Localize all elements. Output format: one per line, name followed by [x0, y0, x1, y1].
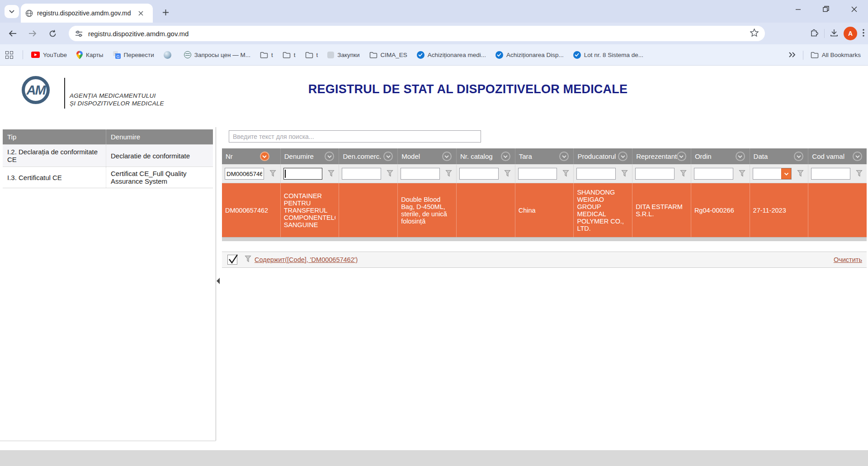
- filter-funnel-icon[interactable]: [328, 170, 335, 179]
- chevron-down-icon[interactable]: [618, 152, 627, 161]
- clear-filter-link[interactable]: Очистить: [834, 256, 862, 263]
- filter-input-producatorul[interactable]: [576, 168, 616, 180]
- column-header-data[interactable]: Data: [750, 148, 808, 164]
- minimize-button[interactable]: [784, 0, 812, 18]
- chevron-down-icon[interactable]: [501, 152, 510, 161]
- filter-funnel-icon[interactable]: [739, 170, 745, 179]
- new-tab-button[interactable]: [159, 6, 172, 19]
- bookmark-youtube[interactable]: YouTube: [31, 52, 67, 58]
- filter-funnel-icon[interactable]: [504, 170, 511, 179]
- filter-funnel-icon[interactable]: [856, 170, 863, 179]
- chevron-down-icon[interactable]: [736, 152, 745, 161]
- forward-button[interactable]: [25, 26, 40, 41]
- agency-name: AGENȚIA MEDICAMENTULUI ȘI DISPOZITIVELOR…: [70, 92, 164, 107]
- all-bookmarks-button[interactable]: All Bookmarks: [811, 52, 861, 58]
- filter-funnel-icon[interactable]: [797, 170, 804, 179]
- search-input[interactable]: [229, 130, 481, 143]
- filter-input-den-comerc[interactable]: [342, 168, 381, 180]
- cell-nr: DM000657462: [222, 183, 280, 237]
- filter-expression-link[interactable]: Содержит([Code], 'DM000657462'): [255, 256, 358, 263]
- bookmark-star-button[interactable]: [750, 29, 759, 38]
- column-header-model[interactable]: Model: [397, 148, 456, 164]
- browser-toolbar: registru.dispozitive.amdm.gov.md A: [0, 23, 868, 44]
- cell-cod-vamal: [808, 183, 867, 237]
- apps-shortcut-button[interactable]: [5, 51, 13, 59]
- filter-input-nr[interactable]: [225, 168, 264, 180]
- column-header-tip[interactable]: Tip: [3, 129, 106, 144]
- close-window-button[interactable]: [840, 0, 868, 18]
- bookmark-folder-t2[interactable]: t: [283, 52, 296, 58]
- chevron-down-icon[interactable]: [559, 152, 569, 161]
- chevron-down-icon[interactable]: [325, 152, 334, 161]
- chevron-down-icon[interactable]: [794, 152, 803, 161]
- bookmark-zakupki[interactable]: Закупки: [327, 52, 359, 58]
- bookmark-folder-cima-es[interactable]: CIMA_ES: [369, 52, 407, 58]
- column-header-nr-catalog[interactable]: Nr. catalog: [456, 148, 515, 164]
- bookmark-lot-nr-8[interactable]: Lot nr. 8 Sistema de...: [573, 51, 643, 59]
- site-settings-tune-icon: [75, 30, 83, 37]
- tab-close-button[interactable]: [137, 9, 145, 17]
- bookmark-achizitionarea-disp[interactable]: Achiziționarea Disp...: [495, 51, 564, 59]
- column-header-ordin[interactable]: Ordin: [691, 148, 750, 164]
- browser-tab[interactable]: registru.dispozitive.amdm.gov.md: [21, 4, 153, 23]
- bookmarks-overflow-button[interactable]: [788, 51, 796, 59]
- filter-input-denumire[interactable]: [283, 168, 323, 180]
- column-header-cod-vamal[interactable]: Cod vamal: [808, 148, 867, 164]
- filter-funnel-icon[interactable]: [621, 170, 628, 179]
- column-header-denumire[interactable]: Denumire: [106, 129, 213, 144]
- panel-splitter[interactable]: [216, 127, 216, 441]
- collapse-panel-handle[interactable]: [217, 278, 220, 284]
- filter-funnel-icon[interactable]: [562, 170, 569, 179]
- bookmark-folder-t1[interactable]: t: [260, 52, 273, 58]
- bookmark-sphere[interactable]: [164, 51, 175, 59]
- maximize-button[interactable]: [812, 0, 840, 18]
- chevron-down-icon[interactable]: [383, 152, 393, 161]
- folder-icon: [369, 52, 377, 58]
- filter-input-reprezentant[interactable]: [635, 168, 675, 180]
- folder-icon: [283, 52, 291, 58]
- column-header-tara[interactable]: Tara: [515, 148, 574, 164]
- bookmark-folder-t3[interactable]: t: [305, 52, 318, 58]
- table-row[interactable]: I.3. Certificatul CE Certificat CE_Full …: [3, 166, 213, 188]
- sidebar-bottom-border: [0, 441, 216, 441]
- filter-enabled-checkbox[interactable]: [227, 255, 237, 265]
- coin-icon: [184, 51, 191, 58]
- tab-search-button[interactable]: [5, 5, 19, 18]
- back-button[interactable]: [5, 26, 20, 41]
- bookmark-translate[interactable]: т G Перевести: [113, 51, 154, 59]
- chevron-down-icon[interactable]: [442, 152, 452, 161]
- filter-funnel-icon[interactable]: [387, 170, 393, 179]
- reload-button[interactable]: [45, 26, 60, 41]
- filter-input-nr-catalog[interactable]: [459, 168, 499, 180]
- url-text[interactable]: registru.dispozitive.amdm.gov.md: [88, 30, 189, 38]
- filter-input-model[interactable]: [401, 168, 440, 180]
- cell-model: Double Blood Bag, D-450ML, sterile, de u…: [397, 183, 456, 237]
- column-header-den-comerc[interactable]: Den.comerc.: [339, 148, 397, 164]
- filter-funnel-icon[interactable]: [269, 170, 276, 179]
- sort-chevron-icon[interactable]: [260, 152, 269, 161]
- filter-input-tara[interactable]: [518, 168, 557, 180]
- filter-input-ordin[interactable]: [694, 168, 733, 180]
- bookmark-achizitionarea-medi[interactable]: Achiziționarea medi...: [417, 51, 486, 59]
- chevron-down-icon[interactable]: [677, 152, 686, 161]
- column-header-reprezentant[interactable]: Reprezentant: [632, 148, 691, 164]
- column-header-producatorul[interactable]: Producatorul: [573, 148, 632, 164]
- folder-icon: [260, 52, 268, 58]
- table-row[interactable]: I.2. Declarația de conformitate CE Decla…: [3, 144, 213, 166]
- date-dropdown-button[interactable]: [781, 168, 791, 179]
- bookmark-zaprosy-tsen[interactable]: Запросы цен — М...: [184, 51, 250, 58]
- filter-funnel-icon[interactable]: [445, 170, 452, 179]
- browser-menu-button[interactable]: [863, 29, 864, 38]
- chevron-down-icon[interactable]: [853, 152, 862, 161]
- filter-input-cod-vamal[interactable]: [811, 168, 850, 180]
- page-title: REGISTRUL DE STAT AL DISPOZITIVELOR MEDI…: [253, 82, 683, 96]
- profile-avatar[interactable]: A: [844, 27, 857, 40]
- bookmark-maps[interactable]: Карты: [76, 51, 103, 59]
- url-bar[interactable]: registru.dispozitive.amdm.gov.md: [69, 26, 765, 41]
- column-header-nr[interactable]: Nr: [222, 148, 280, 164]
- grid-data-row-selected[interactable]: DM000657462 CONTAINER PENTRU TRANSFERUL …: [222, 183, 867, 237]
- extensions-button[interactable]: [810, 29, 819, 39]
- filter-funnel-icon[interactable]: [680, 170, 687, 179]
- column-header-denumire[interactable]: Denumire: [280, 148, 339, 164]
- downloads-button[interactable]: [830, 29, 838, 38]
